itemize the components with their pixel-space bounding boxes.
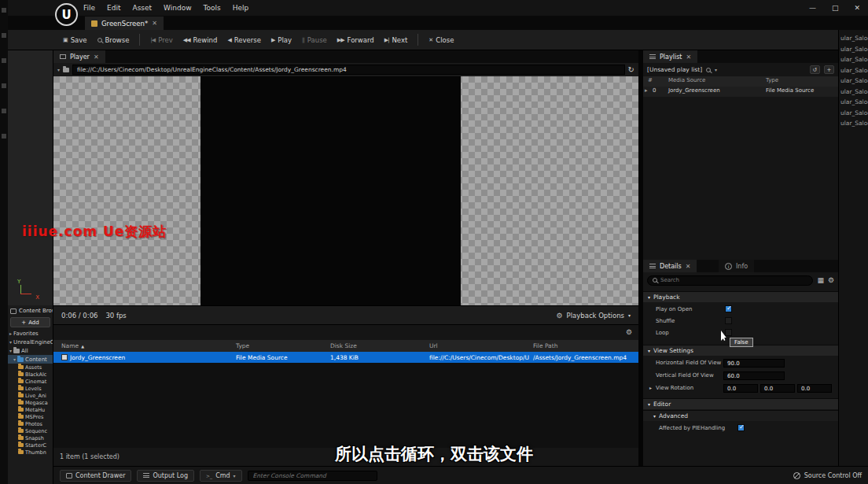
media-url-input[interactable]: file://C:/Users/Cinecom/Desktop/UnrealEn… [72, 65, 625, 75]
minimize-icon[interactable]: — [809, 4, 816, 12]
details-settings-icon[interactable]: ⚙ [828, 276, 834, 284]
playback-options-button[interactable]: ⚙ Playback Options ▾ [556, 312, 631, 320]
rotation-y-input[interactable]: 0.0 [760, 384, 795, 393]
save-button[interactable]: ▣ Save [63, 36, 87, 44]
tree-item-assets[interactable]: Assets [8, 364, 53, 371]
rewind-button[interactable]: ◀◀ Rewind [183, 36, 218, 44]
reverse-button[interactable]: ◀ Reverse [227, 36, 261, 44]
menu-window[interactable]: Window [164, 4, 192, 12]
tree-item-blackalc[interactable]: BlackAlc [8, 371, 53, 378]
media-table-row-selected[interactable]: Jordy_Greenscreen File Media Source 1,43… [53, 352, 638, 363]
tab-info[interactable]: i Info [719, 260, 754, 272]
tab-details[interactable]: Details ✕ [643, 260, 697, 272]
asset-list-item[interactable]: ular_Saloo [839, 44, 868, 55]
section-editor[interactable]: ▾ Editor [643, 398, 838, 409]
playlist-tab-close-icon[interactable]: ✕ [686, 54, 691, 61]
close-media-button[interactable]: ✕ Close [428, 36, 454, 44]
checkbox-shuffle[interactable] [725, 317, 732, 324]
asset-list-item[interactable]: ular_Saloo [839, 65, 868, 76]
tree-item-cinematic[interactable]: Cinemat [8, 378, 53, 385]
tree-item-metahuman[interactable]: MetaHu [8, 406, 53, 413]
details-grid-icon[interactable]: ▦ [817, 276, 824, 284]
url-folder-icon[interactable] [63, 68, 69, 72]
project-root-row[interactable]: ▾ UnrealEngineC [8, 338, 53, 346]
details-search-box[interactable] [647, 275, 813, 286]
tree-item-snapshots[interactable]: Snapsh [8, 434, 53, 442]
tree-item-photos[interactable]: Photos [8, 420, 53, 427]
hfov-input[interactable]: 90.0 [723, 359, 785, 368]
maximize-icon[interactable]: □ [832, 4, 839, 12]
menu-help[interactable]: Help [233, 4, 249, 12]
playlist-add-button[interactable]: + [824, 65, 834, 74]
reload-media-icon[interactable]: ↻ [628, 65, 634, 74]
prev-button[interactable]: |◀ Prev [150, 36, 172, 44]
section-playback[interactable]: ▾ Playback [643, 291, 838, 302]
column-url[interactable]: Url [429, 340, 438, 352]
dock-icon[interactable] [2, 8, 6, 13]
asset-list-item[interactable]: ular_Saloo [839, 97, 868, 108]
source-control-button[interactable]: Source Control Off [793, 472, 862, 479]
menu-asset[interactable]: Asset [133, 4, 153, 12]
tree-item-megascans[interactable]: Megasca [8, 399, 53, 406]
tree-item-mspresets[interactable]: MSPres [8, 413, 53, 420]
playlist-col-index[interactable]: # [648, 77, 653, 83]
playlist-col-type[interactable]: Type [766, 77, 778, 83]
playlist-col-source[interactable]: Media Source [668, 77, 705, 83]
dock-icon[interactable] [2, 83, 6, 88]
column-type[interactable]: Type [236, 340, 249, 352]
playlist-search-icon[interactable] [706, 68, 711, 72]
tab-greenscreen[interactable]: GreenScreen* ✕ [85, 17, 164, 30]
menu-edit[interactable]: Edit [107, 4, 120, 12]
rotation-x-input[interactable]: 0.0 [723, 384, 758, 393]
cmd-button[interactable]: >_ Cmd ▾ [200, 470, 242, 482]
browse-button[interactable]: Browse [97, 36, 130, 44]
favorites-row[interactable]: ▸ Favorites [8, 329, 53, 338]
rotation-z-input[interactable]: 0.0 [797, 384, 832, 393]
asset-list-item[interactable]: ular_Saloo [839, 76, 868, 87]
tree-item-content[interactable]: ▾ Content [8, 355, 53, 364]
playlist-undo-button[interactable]: ↺ [810, 65, 820, 74]
menu-file[interactable]: File [83, 4, 95, 12]
tab-close-icon[interactable]: ✕ [152, 20, 157, 27]
next-button[interactable]: ▶| Next [384, 36, 408, 44]
dock-icon[interactable] [2, 109, 6, 113]
asset-list-item[interactable]: ular_Saloo [839, 54, 868, 65]
tree-item-sequences[interactable]: Sequenc [8, 427, 53, 434]
media-settings-icon[interactable]: ⚙ [626, 328, 632, 336]
content-drawer-button[interactable]: Content Drawer [60, 470, 131, 482]
player-tab-close-icon[interactable]: ✕ [94, 54, 99, 61]
column-disk-size[interactable]: Disk Size [330, 340, 357, 352]
dock-icon[interactable] [2, 134, 6, 139]
playlist-filter-icon[interactable]: ▾ [715, 67, 717, 72]
row-expand-icon[interactable]: ▸ [645, 87, 648, 94]
dock-icon[interactable] [2, 33, 6, 38]
forward-button[interactable]: ▶▶ Forward [337, 36, 374, 44]
checkbox-loop[interactable] [725, 329, 732, 336]
dock-icon[interactable] [2, 58, 6, 63]
pause-button[interactable]: || Pause [302, 36, 327, 44]
play-button[interactable]: ▶ Play [271, 36, 292, 44]
url-caret-icon[interactable]: ▾ [57, 67, 60, 72]
tab-player[interactable]: Player ✕ [53, 50, 105, 63]
add-content-button[interactable]: + Add [10, 317, 50, 327]
console-command-input[interactable] [248, 471, 377, 481]
column-file-path[interactable]: File Path [533, 340, 557, 352]
asset-list-item[interactable]: ular_Saloo [839, 33, 868, 44]
column-name[interactable]: Name ▲ [61, 340, 84, 352]
tab-playlist[interactable]: Playlist ✕ [643, 50, 697, 63]
asset-list-item[interactable]: ular_Saloo [839, 118, 868, 129]
asset-list-item[interactable]: ular_Saloo [839, 108, 868, 119]
window-close-icon[interactable]: ✕ [854, 4, 860, 12]
menu-tools[interactable]: Tools [204, 4, 221, 12]
details-tab-close-icon[interactable]: ✕ [686, 263, 691, 270]
tree-item-levels[interactable]: Levels [8, 385, 53, 392]
rotation-expand-icon[interactable]: ▸ [649, 385, 652, 390]
asset-list-item[interactable]: ular_Saloo [839, 87, 868, 98]
details-search-input[interactable] [660, 277, 807, 283]
playlist-row[interactable]: ▸ 0 Jordy_Greenscreen File Media Source [643, 87, 838, 97]
tree-item-live-anim[interactable]: Live_Ani [8, 392, 53, 399]
tree-item-all[interactable]: ▾ All [8, 346, 53, 355]
checkbox-pie-handling[interactable] [737, 424, 745, 431]
section-advanced[interactable]: ▾ Advanced [643, 410, 838, 421]
output-log-button[interactable]: Output Log [137, 470, 194, 482]
